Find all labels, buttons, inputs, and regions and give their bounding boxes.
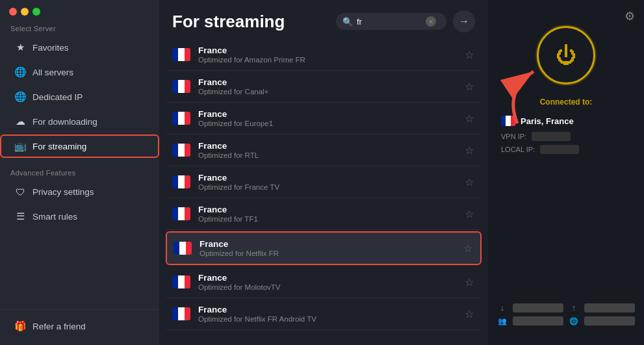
sidebar-item-dedicated-ip[interactable]: 🌐 Dedicated IP <box>4 85 155 109</box>
server-name: France <box>198 173 456 183</box>
shield-icon: 🛡 <box>14 186 26 198</box>
france-flag <box>172 48 190 61</box>
france-flag <box>172 80 190 93</box>
server-row[interactable]: France Optimized for RTL ☆ <box>166 134 482 166</box>
star-button[interactable]: ☆ <box>463 275 475 290</box>
power-button[interactable]: ⏻ <box>537 26 595 84</box>
vpn-ip-value <box>532 132 571 141</box>
close-button[interactable] <box>9 8 17 16</box>
streaming-icon: 📺 <box>14 140 26 152</box>
star-button[interactable]: ☆ <box>462 241 474 256</box>
local-ip-label: LOCAL IP: <box>501 146 535 153</box>
server-info: France Optimized for RTL <box>198 141 456 159</box>
france-flag <box>172 144 190 157</box>
minimize-button[interactable] <box>21 8 29 16</box>
star-button[interactable]: ☆ <box>463 175 475 190</box>
rules-icon: ☰ <box>14 211 26 222</box>
server-name: France <box>198 141 456 151</box>
search-icon: 🔍 <box>342 17 353 27</box>
sidebar-item-for-streaming[interactable]: 📺 For streaming <box>4 134 155 158</box>
star-button[interactable]: ☆ <box>463 207 475 222</box>
sidebar-item-for-downloading[interactable]: ☁ For downloading <box>4 110 155 133</box>
upload-icon: ↑ <box>569 303 579 313</box>
server-sub: Optimized for Netflix FR <box>200 249 454 257</box>
right-panel: ⚙ ⏻ Connected to: Paris, France VPN IP: <box>488 0 644 345</box>
server-sub: Optimized for Amazon Prime FR <box>198 56 456 64</box>
star-button[interactable]: ☆ <box>463 111 475 126</box>
server-row[interactable]: France Optimized for Europe1 ☆ <box>166 103 482 134</box>
server-name: France <box>200 239 454 249</box>
server-row[interactable]: France Optimized for Netflix FR Android … <box>166 298 482 330</box>
france-flag <box>172 175 190 188</box>
sidebar-item-label: Dedicated IP <box>32 92 83 102</box>
location-row: Paris, France <box>501 112 631 130</box>
page-title: For streaming <box>172 12 285 32</box>
sidebar-item-label: For streaming <box>32 142 86 151</box>
local-ip-row: LOCAL IP: <box>501 143 631 156</box>
server-sub: Optimized for MolotovTV <box>198 283 456 291</box>
server-row[interactable]: France Optimized for MolotovTV ☆ <box>166 266 482 298</box>
star-button[interactable]: ☆ <box>463 79 475 94</box>
server-name: France <box>198 77 456 87</box>
sidebar-item-label: Refer a friend <box>32 322 86 331</box>
server-info: France Optimized for Europe1 <box>198 109 456 127</box>
server-row[interactable]: France Optimized for TF1 ☆ <box>166 198 482 230</box>
server-row[interactable]: France Optimized for Canal+ ☆ <box>166 71 482 103</box>
sidebar-item-refer-friend[interactable]: 🎁 Refer a friend <box>4 314 155 338</box>
server-row[interactable]: France Optimized for France TV ☆ <box>166 166 482 198</box>
sidebar-item-all-servers[interactable]: 🌐 All servers <box>4 60 155 84</box>
star-icon: ★ <box>14 42 26 53</box>
download-stats-row: ↓ ↑ <box>497 303 635 313</box>
star-button[interactable]: ☆ <box>463 47 475 62</box>
power-icon: ⏻ <box>556 44 576 68</box>
france-flag <box>174 242 192 255</box>
server-name: France <box>198 109 456 119</box>
connected-label: Connected to: <box>501 97 631 107</box>
main-content: For streaming 🔍 ✕ → France Optimized for… <box>159 0 488 345</box>
server-row[interactable]: France Optimized for Amazon Prime FR ☆ <box>166 39 482 71</box>
extra-stats-row: 👥 🌐 <box>497 316 635 326</box>
star-button[interactable]: ☆ <box>463 143 475 158</box>
sidebar-item-label: Privacy settings <box>32 187 94 197</box>
main-header: For streaming 🔍 ✕ → <box>159 0 488 39</box>
sidebar-item-privacy-settings[interactable]: 🛡 Privacy settings <box>4 180 155 203</box>
globe-small-icon: 🌐 <box>569 317 579 326</box>
star-button[interactable]: ☆ <box>463 307 475 322</box>
globe-icon: 🌐 <box>14 66 26 78</box>
server-info: France Optimized for Canal+ <box>198 77 456 96</box>
server-sub: Optimized for Netflix FR Android TV <box>198 315 456 323</box>
server-sub: Optimized for Canal+ <box>198 88 456 96</box>
sidebar-item-label: For downloading <box>32 117 97 127</box>
stats-section: ↓ ↑ 👥 🌐 <box>488 303 644 326</box>
search-input[interactable] <box>357 17 422 27</box>
sidebar-item-favorites[interactable]: ★ Favorites <box>4 36 155 59</box>
download-icon: ↓ <box>497 303 508 313</box>
server-info: France Optimized for Netflix FR Android … <box>198 305 456 323</box>
server-sub: Optimized for RTL <box>198 151 456 159</box>
extra-stat-value2 <box>584 316 635 326</box>
server-sub: Optimized for TF1 <box>198 215 456 223</box>
server-info: France Optimized for Amazon Prime FR <box>198 45 456 64</box>
connected-section: Connected to: Paris, France VPN IP: LOCA… <box>488 97 644 156</box>
forward-button[interactable]: → <box>453 10 475 32</box>
sidebar-item-label: Smart rules <box>32 212 77 222</box>
gift-icon: 🎁 <box>14 320 26 332</box>
server-row-selected[interactable]: France Optimized for Netflix FR ☆ <box>166 231 482 265</box>
users-icon: 👥 <box>497 317 508 326</box>
dedicated-ip-icon: 🌐 <box>14 91 26 103</box>
server-name: France <box>198 205 456 214</box>
download-icon: ☁ <box>14 116 26 127</box>
server-name: France <box>198 273 456 283</box>
sidebar-item-smart-rules[interactable]: ☰ Smart rules <box>4 205 155 228</box>
france-flag <box>172 207 190 220</box>
search-bar: 🔍 ✕ <box>336 13 446 30</box>
server-list: France Optimized for Amazon Prime FR ☆ F… <box>159 39 488 345</box>
france-flag <box>172 112 190 125</box>
maximize-button[interactable] <box>32 8 40 16</box>
settings-button[interactable]: ⚙ <box>625 9 635 23</box>
local-ip-value <box>540 145 579 154</box>
extra-stat-value <box>513 316 563 326</box>
server-info: France Optimized for TF1 <box>198 205 456 223</box>
search-clear-button[interactable]: ✕ <box>426 16 436 27</box>
france-flag <box>172 275 190 288</box>
